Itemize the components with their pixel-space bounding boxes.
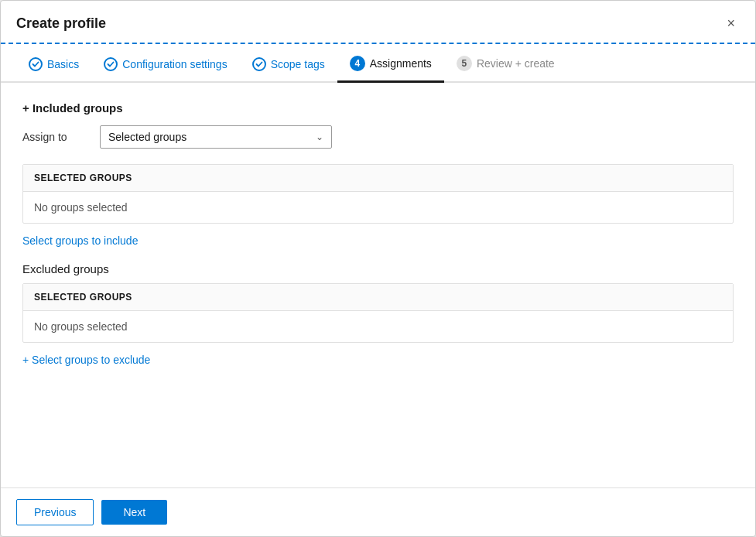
tab-basics-label: Basics: [47, 58, 79, 70]
dialog-header: Create profile ×: [1, 1, 755, 43]
tab-configuration-settings[interactable]: Configuration settings: [91, 46, 239, 83]
assign-to-value: Selected groups: [108, 131, 186, 143]
close-button[interactable]: ×: [722, 13, 740, 33]
check-icon-basics: [29, 57, 43, 71]
no-excluded-groups-row: No groups selected: [23, 311, 733, 342]
assign-to-row: Assign to Selected groups ⌄: [22, 125, 734, 149]
dialog-title: Create profile: [16, 15, 106, 32]
tab-assignments[interactable]: 4 Assignments: [337, 45, 444, 83]
create-profile-dialog: Create profile × Basics Configuration se…: [0, 0, 756, 537]
check-icon-config: [104, 57, 118, 71]
tab-scope-label: Scope tags: [271, 58, 325, 70]
previous-button[interactable]: Previous: [16, 499, 94, 525]
tabs-bar: Basics Configuration settings Scope tags…: [1, 45, 755, 83]
no-included-groups-row: No groups selected: [23, 192, 733, 223]
excluded-groups-header: SELECTED GROUPS: [23, 284, 733, 311]
chevron-down-icon: ⌄: [316, 132, 323, 142]
assign-to-dropdown[interactable]: Selected groups ⌄: [100, 125, 332, 149]
select-groups-include-link[interactable]: Select groups to include: [22, 234, 138, 247]
tab-review-label: Review + create: [477, 57, 555, 70]
tab-scope-tags[interactable]: Scope tags: [240, 46, 337, 83]
excluded-groups-table: SELECTED GROUPS No groups selected: [22, 283, 734, 343]
included-groups-table: SELECTED GROUPS No groups selected: [22, 164, 734, 224]
next-button[interactable]: Next: [101, 500, 167, 525]
included-groups-title: + Included groups: [22, 101, 734, 115]
tab-review-create[interactable]: 5 Review + create: [444, 45, 567, 83]
tab-assignments-label: Assignments: [370, 57, 432, 70]
main-content: + Included groups Assign to Selected gro…: [1, 83, 755, 487]
tab-assignments-number: 4: [350, 56, 365, 71]
assign-to-label: Assign to: [22, 131, 84, 143]
excluded-groups-title: Excluded groups: [22, 262, 734, 275]
tab-review-number: 5: [457, 56, 472, 71]
check-icon-scope: [252, 57, 266, 71]
included-groups-header: SELECTED GROUPS: [23, 165, 733, 192]
tab-configuration-label: Configuration settings: [122, 58, 227, 70]
select-groups-exclude-link[interactable]: + Select groups to exclude: [22, 354, 734, 366]
tab-basics[interactable]: Basics: [16, 46, 91, 83]
dialog-footer: Previous Next: [1, 487, 755, 536]
